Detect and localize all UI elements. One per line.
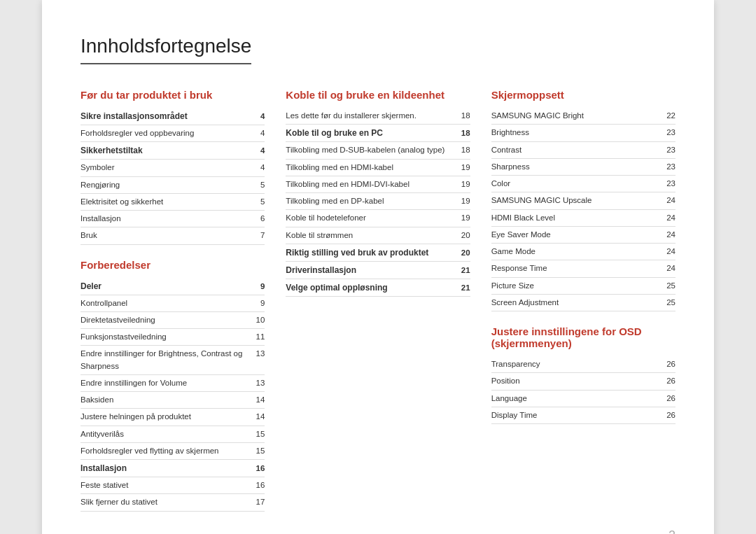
toc-item: Justere helningen på produktet14 <box>80 409 265 426</box>
toc-label: Language <box>491 393 667 405</box>
page-number: 2 <box>668 528 676 535</box>
toc-label: Game Mode <box>491 246 667 258</box>
toc-item: Transparency26 <box>491 356 676 373</box>
section-block-0: SkjermoppsettSAMSUNG MAGIC Bright22Brigh… <box>491 89 676 311</box>
section-title: Forberedelser <box>80 259 265 271</box>
toc-label: Rengjøring <box>80 179 260 191</box>
toc-item: Baksiden14 <box>80 392 265 409</box>
toc-page-num: 21 <box>461 266 470 274</box>
toc-label: Koble til hodetelefoner <box>286 212 461 224</box>
toc-page-num: 19 <box>461 180 470 188</box>
toc-page-num: 26 <box>666 394 676 402</box>
toc-label: Installasjon <box>80 462 256 475</box>
toc-label: Symboler <box>80 162 260 174</box>
toc-item: Screen Adjustment25 <box>491 295 676 311</box>
toc-item: Les dette før du installerer skjermen.18 <box>286 108 470 125</box>
toc-page-num: 23 <box>666 179 676 188</box>
toc-label: Endre innstillinger for Brightness, Cont… <box>80 348 256 372</box>
toc-label: Tilkobling med en DP-kabel <box>286 195 461 207</box>
section-title: Før du tar produktet i bruk <box>80 89 265 101</box>
toc-item: Forholdsregler ved flytting av skjermen1… <box>80 443 265 460</box>
toc-item: Sharpness23 <box>491 159 676 176</box>
toc-list: Deler9Kontrollpanel9Direktetastveilednin… <box>80 278 265 512</box>
section-block-1: Justere innstillingene for OSD (skjermme… <box>491 325 676 424</box>
toc-item: Tilkobling med en HDMI-DVI-kabel19 <box>286 176 470 193</box>
toc-page-num: 13 <box>256 349 265 358</box>
toc-item: Tilkobling med en DP-kabel19 <box>286 193 470 210</box>
toc-page-num: 24 <box>666 230 676 239</box>
page: Innholdsfortegnelse Før du tar produktet… <box>42 0 714 534</box>
toc-page-num: 20 <box>461 231 470 239</box>
column-3: SkjermoppsettSAMSUNG MAGIC Bright22Brigh… <box>491 89 676 526</box>
toc-item: Game Mode24 <box>491 244 676 260</box>
toc-label: Riktig stilling ved bruk av produktet <box>286 246 461 259</box>
toc-list: SAMSUNG MAGIC Bright22Brightness23Contra… <box>491 108 676 311</box>
toc-page-num: 9 <box>260 282 265 290</box>
toc-item: Elektrisitet og sikkerhet5 <box>80 194 265 211</box>
section-block-0: Koble til og bruke en kildeenhetLes dett… <box>286 89 470 297</box>
toc-page-num: 15 <box>256 447 265 455</box>
toc-item: Endre innstillingen for Volume13 <box>80 375 265 392</box>
toc-item: Antityverilås15 <box>80 426 265 443</box>
toc-page-num: 18 <box>461 146 470 154</box>
toc-label: Forholdsregler ved oppbevaring <box>80 127 260 139</box>
toc-page-num: 14 <box>256 412 265 421</box>
toc-item: Direktetastveiledning10 <box>80 312 265 329</box>
toc-label: Slik fjerner du stativet <box>80 496 256 508</box>
toc-item: Display Time26 <box>491 407 676 424</box>
toc-label: Antityverilås <box>80 428 256 440</box>
toc-item: Installasjon16 <box>80 460 265 477</box>
toc-page-num: 19 <box>461 163 470 171</box>
toc-item: Sikkerhetstiltak4 <box>80 142 265 160</box>
toc-label: Transparency <box>491 358 667 370</box>
toc-list: Transparency26Position26Language26Displa… <box>491 356 676 424</box>
toc-page-num: 26 <box>666 360 676 368</box>
toc-page-num: 5 <box>260 181 265 189</box>
column-2: Koble til og bruke en kildeenhetLes dett… <box>286 89 470 526</box>
toc-item: Koble til hodetelefoner19 <box>286 210 470 227</box>
toc-label: SAMSUNG MAGIC Bright <box>491 110 667 122</box>
toc-label: Sikre installasjonsområdet <box>80 110 260 122</box>
toc-label: Feste stativet <box>80 479 256 491</box>
toc-item: SAMSUNG MAGIC Upscale24 <box>491 192 676 209</box>
toc-page-num: 24 <box>666 247 676 255</box>
toc-label: Response Time <box>491 262 667 274</box>
toc-page-num: 24 <box>666 264 676 272</box>
toc-label: Sharpness <box>491 161 667 173</box>
toc-item: Endre innstillinger for Brightness, Cont… <box>80 346 265 375</box>
toc-label: Justere helningen på produktet <box>80 411 256 423</box>
toc-item: Riktig stilling ved bruk av produktet20 <box>286 244 470 262</box>
toc-label: Koble til og bruke en PC <box>286 127 461 139</box>
columns-container: Før du tar produktet i brukSikre install… <box>80 89 676 526</box>
toc-label: Tilkobling med en HDMI-kabel <box>286 162 461 174</box>
toc-item: HDMI Black Level24 <box>491 210 676 227</box>
page-title: Innholdsfortegnelse <box>80 35 251 64</box>
toc-label: Elektrisitet og sikkerhet <box>80 196 260 208</box>
toc-page-num: 10 <box>256 316 265 324</box>
toc-label: Direktetastveiledning <box>80 314 256 326</box>
section-title: Koble til og bruke en kildeenhet <box>286 89 470 101</box>
toc-page-num: 25 <box>666 281 676 290</box>
toc-item: Brightness23 <box>491 125 676 141</box>
toc-item: Tilkobling med en HDMI-kabel19 <box>286 160 470 176</box>
toc-item: Sikre installasjonsområdet4 <box>80 108 265 125</box>
toc-item: Koble til strømmen20 <box>286 227 470 244</box>
toc-item: Koble til og bruke en PC18 <box>286 125 470 142</box>
toc-label: Screen Adjustment <box>491 297 667 309</box>
toc-page-num: 17 <box>256 498 265 506</box>
section-title: Skjermoppsett <box>491 89 676 101</box>
toc-item: Feste stativet16 <box>80 477 265 494</box>
toc-item: Contrast23 <box>491 142 676 159</box>
toc-label: Tilkobling med D-SUB-kabelen (analog typ… <box>286 144 461 156</box>
toc-item: SAMSUNG MAGIC Bright22 <box>491 108 676 125</box>
toc-label: Contrast <box>491 144 667 156</box>
toc-label: Baksiden <box>80 394 256 406</box>
toc-page-num: 14 <box>256 395 265 404</box>
toc-page-num: 16 <box>256 464 265 472</box>
toc-page-num: 23 <box>666 146 676 154</box>
toc-label: Forholdsregler ved flytting av skjermen <box>80 445 256 457</box>
toc-item: Forholdsregler ved oppbevaring4 <box>80 125 265 142</box>
toc-label: Koble til strømmen <box>286 230 461 241</box>
toc-page-num: 20 <box>461 248 470 257</box>
toc-item: Deler9 <box>80 278 265 295</box>
